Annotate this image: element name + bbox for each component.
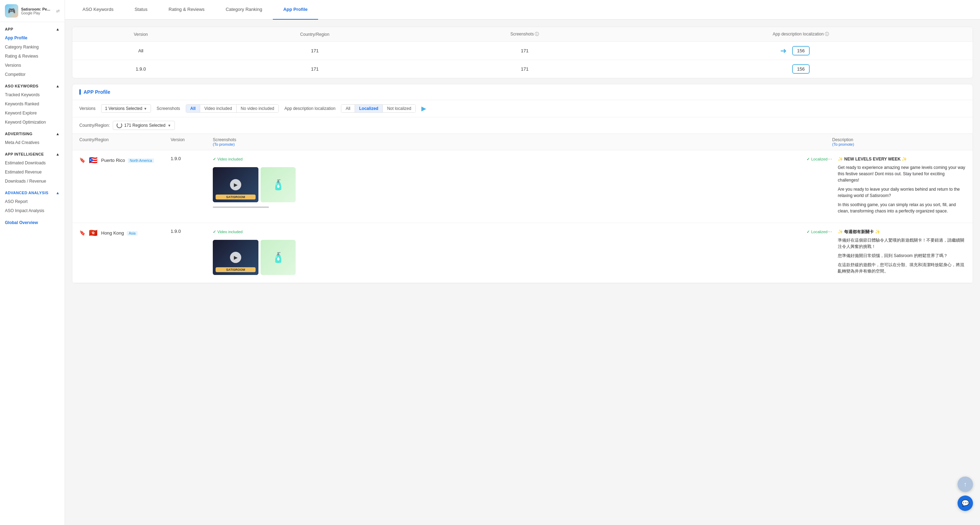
- chevron-down-icon-region: ▼: [167, 124, 171, 127]
- app-profile-section: APP Profile Versions 1 Versions Selected…: [72, 84, 973, 283]
- versions-dropdown[interactable]: 1 Versions Selected ▼: [101, 104, 151, 113]
- more-options-icon-hk[interactable]: ···: [827, 229, 832, 235]
- chevron-down-icon: ▼: [143, 107, 147, 111]
- col-header-country: Country/Region: [209, 27, 420, 42]
- nav-status[interactable]: Status: [124, 0, 158, 20]
- sidebar-item-keyword-explore[interactable]: Keyword Explore: [0, 108, 65, 118]
- sidebar-item-est-downloads[interactable]: Estimated Downloads: [0, 158, 65, 167]
- desc-loc-filter-group: All Localized Not localized: [341, 104, 416, 113]
- sidebar-section-advertising: Advertising ▲ Meta Ad Creatives: [0, 130, 65, 147]
- sidebar-item-keywords-ranked[interactable]: Keywords Ranked: [0, 99, 65, 108]
- country-info: Puerto Rico North America: [101, 158, 154, 163]
- country-info-hk: Hong Kong Asia: [101, 231, 138, 235]
- sidebar-item-global-overview[interactable]: Global Overview: [0, 218, 65, 227]
- summary-cell-version-190: 1.9.0: [72, 60, 209, 78]
- sidebar-toggle-icon[interactable]: ⇄: [56, 8, 60, 13]
- filter-bar: Versions 1 Versions Selected ▼ Screensho…: [72, 100, 973, 117]
- bookmark-icon-hk[interactable]: 🔖: [80, 230, 85, 235]
- more-options-icon-pr[interactable]: ···: [827, 156, 832, 162]
- play-button-hk[interactable]: ▶: [230, 252, 241, 263]
- col-header-localization: App description localization ⓘ: [629, 27, 973, 42]
- video-thumbnail-hk[interactable]: SATISROOM ▶: [213, 240, 258, 275]
- refresh-icon: [116, 123, 122, 128]
- sidebar-item-category-ranking[interactable]: Category Ranking: [0, 43, 65, 52]
- video-badge-pr: Video included: [213, 156, 243, 162]
- nav-category-ranking[interactable]: Category Ranking: [215, 0, 273, 20]
- summary-cell-localization-190: 156: [629, 60, 973, 78]
- section-title: APP Profile: [72, 84, 973, 100]
- screenshots-btn-novideo[interactable]: No video included: [237, 105, 278, 112]
- screenshots-images-hk: SATISROOM ▶ 🧴: [213, 240, 832, 275]
- table-row: 🔖 🇵🇷 Puerto Rico North America 1.9.0 Vid…: [72, 150, 973, 223]
- main-content: ASO Keywords Status Rating & Reviews Cat…: [65, 0, 980, 525]
- video-badge-hk: Video included: [213, 229, 243, 235]
- sidebar-item-meta-ad-creatives[interactable]: Meta Ad Creatives: [0, 138, 65, 147]
- top-nav: ASO Keywords Status Rating & Reviews Cat…: [65, 0, 980, 20]
- sidebar-item-versions[interactable]: Versions: [0, 61, 65, 70]
- scroll-to-top-button[interactable]: ↑: [958, 477, 973, 492]
- desc-loc-label: App description localization: [285, 106, 335, 111]
- bookmark-icon[interactable]: 🔖: [80, 158, 85, 163]
- arrow-indicator: ➜: [780, 46, 786, 56]
- version-cell-pr: 1.9.0: [171, 156, 213, 161]
- chevron-up-icon-intel: ▲: [56, 152, 60, 156]
- app-store: Google Play: [21, 11, 53, 15]
- screenshots-promote-link[interactable]: (To promote): [213, 142, 832, 146]
- sidebar-section-global: Global Overview: [0, 218, 65, 227]
- sidebar-item-est-revenue[interactable]: Estimated Revenue: [0, 167, 65, 177]
- sidebar-item-app-profile[interactable]: App Profile: [0, 33, 65, 43]
- sidebar-item-tracked-keywords[interactable]: Tracked Keywords: [0, 90, 65, 99]
- sidebar-item-dl-revenue[interactable]: Downloads / Revenue: [0, 177, 65, 186]
- flag-hk: 🇭🇰: [89, 229, 98, 237]
- summary-row-all: All 171 171 ➜ 156: [72, 42, 973, 60]
- content-area: Version Country/Region Screenshots ⓘ App…: [65, 20, 980, 525]
- col-version-header: Version: [171, 137, 213, 146]
- versions-label: Versions: [80, 106, 95, 111]
- nav-app-profile[interactable]: App Profile: [273, 0, 318, 20]
- screenshots-btn-video[interactable]: Video included: [200, 105, 237, 112]
- sidebar-item-aso-impact[interactable]: ASO Impact Analysis: [0, 206, 65, 215]
- arrow-right-icon[interactable]: ▶: [422, 105, 426, 112]
- desc-loc-btn-all[interactable]: All: [341, 105, 355, 112]
- description-cell-hk: ✨ 每週都有新關卡 ✨ 準備好在這個節日體驗令人驚嘆的新遊戲關卡！不要錯過，請繼…: [832, 229, 966, 277]
- sidebar-item-rating-reviews[interactable]: Rating & Reviews: [0, 52, 65, 61]
- video-thumbnail-pr[interactable]: SATISROOM ▶: [213, 167, 258, 202]
- sidebar-section-intelligence: App Intelligence ▲ Estimated Downloads E…: [0, 150, 65, 186]
- summary-cell-screenshots-all: 171: [420, 42, 629, 60]
- screenshot-pr-1: 🧴: [261, 167, 296, 202]
- sidebar-item-aso-report[interactable]: ASO Report: [0, 197, 65, 206]
- chat-button[interactable]: 💬: [958, 495, 973, 511]
- sidebar-item-competitor[interactable]: Competitor: [0, 70, 65, 79]
- fab-container: ↑ 💬: [958, 477, 973, 511]
- sidebar-section-aso-header: ASO Keywords ▲: [0, 82, 65, 90]
- sidebar-section-advanced: Advanced Analysis ▲ ASO Report ASO Impac…: [0, 189, 65, 215]
- sidebar: 🎮 Satisroom: Pe... Google Play ⇄ APP ▲ A…: [0, 0, 65, 525]
- screenshots-cell-pr: Video included Localized ··· SATISROOM: [213, 156, 832, 208]
- play-button-pr[interactable]: ▶: [230, 179, 241, 190]
- desc-loc-btn-not-localized[interactable]: Not localized: [383, 105, 415, 112]
- summary-cell-country-190: 171: [209, 60, 420, 78]
- table-row: 🔖 🇭🇰 Hong Kong Asia 1.9.0 Video included: [72, 223, 973, 283]
- sidebar-section-advertising-header: Advertising ▲: [0, 130, 65, 138]
- description-promote-link[interactable]: (To promote): [832, 142, 966, 146]
- sidebar-section-aso: ASO Keywords ▲ Tracked Keywords Keywords…: [0, 82, 65, 127]
- nav-aso-keywords[interactable]: ASO Keywords: [72, 0, 124, 20]
- chevron-up-icon-aso: ▲: [56, 84, 60, 88]
- nav-rating-reviews[interactable]: Rating & Reviews: [158, 0, 215, 20]
- region-dropdown[interactable]: 171 Regions Selected ▼: [113, 121, 175, 130]
- highlight-box: ➜ 156: [792, 46, 810, 56]
- country-cell-puerto-rico: 🔖 🇵🇷 Puerto Rico North America: [80, 156, 171, 164]
- sidebar-item-keyword-optimization[interactable]: Keyword Optimization: [0, 118, 65, 127]
- sidebar-section-intelligence-header: App Intelligence ▲: [0, 150, 65, 158]
- screenshots-btn-all[interactable]: All: [186, 105, 200, 112]
- localized-badge-hk: Localized: [807, 229, 827, 235]
- screenshots-images-pr: SATISROOM ▶ 🧴: [213, 167, 832, 202]
- scroll-thumb-pr: [213, 207, 269, 208]
- app-info: Satisroom: Pe... Google Play: [21, 7, 53, 15]
- desc-loc-btn-localized[interactable]: Localized: [355, 105, 383, 112]
- flag-pr: 🇵🇷: [89, 156, 98, 164]
- sidebar-section-advanced-header[interactable]: Advanced Analysis ▲: [0, 189, 65, 197]
- region-label: Country/Region:: [80, 123, 110, 128]
- col-description-header: Description (To promote): [832, 137, 966, 146]
- screenshots-label: Screenshots: [157, 106, 180, 111]
